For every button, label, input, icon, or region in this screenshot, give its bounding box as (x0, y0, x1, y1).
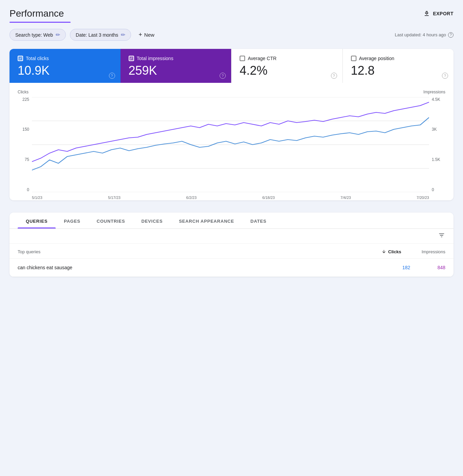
impressions-checkbox (129, 56, 134, 61)
metric-average-ctr[interactable]: Average CTR 4.2% ? (231, 49, 342, 83)
edit-icon: ✏ (56, 32, 60, 38)
y-left-150: 150 (18, 127, 29, 132)
filter-icon (438, 232, 445, 239)
metric-total-clicks[interactable]: Total clicks 10.9K ? (10, 49, 121, 83)
position-help-icon[interactable]: ? (442, 73, 448, 79)
filter-icon-row (10, 229, 453, 244)
chart-right-title: Impressions (233, 90, 445, 94)
tabs-row: QUERIES PAGES COUNTRIES DEVICES SEARCH A… (10, 213, 453, 229)
plus-icon: + (138, 31, 142, 38)
new-button[interactable]: + New (135, 29, 158, 41)
chart-svg-wrapper: 5/1/23 5/17/23 6/2/23 6/18/23 7/4/23 7/2… (32, 97, 429, 192)
table-header-row: Top queries Clicks Impressions (10, 244, 453, 259)
y-left-225: 225 (18, 97, 29, 102)
export-icon (423, 10, 430, 17)
impressions-value: 259K (129, 64, 223, 77)
ctr-checkbox (240, 56, 245, 61)
clicks-help-icon[interactable]: ? (109, 73, 115, 79)
page-header: Performance EXPORT (10, 8, 453, 19)
row-impressions: 848 (438, 265, 445, 270)
tab-queries[interactable]: QUERIES (18, 213, 56, 228)
position-checkbox (351, 56, 356, 61)
metrics-top: Total clicks 10.9K ? Total impressions 2… (10, 49, 453, 83)
spacer (10, 206, 453, 213)
chart-svg (32, 97, 429, 192)
tab-pages[interactable]: PAGES (56, 213, 89, 228)
y-right-3k: 3K (432, 127, 445, 132)
x-label-4: 6/18/23 (262, 196, 275, 200)
header-underline (10, 22, 71, 23)
tabs-card: QUERIES PAGES COUNTRIES DEVICES SEARCH A… (10, 213, 453, 277)
tab-devices[interactable]: DEVICES (133, 213, 171, 228)
tab-countries[interactable]: COUNTRIES (89, 213, 133, 228)
metric-total-impressions[interactable]: Total impressions 259K ? (121, 49, 231, 83)
tab-search-appearance[interactable]: SEARCH APPEARANCE (171, 213, 242, 228)
x-label-5: 7/4/23 (340, 196, 351, 200)
y-right-0: 0 (432, 187, 445, 192)
col-query-header: Top queries (18, 249, 40, 254)
filter-bar: Search type: Web ✏ Date: Last 3 months ✏… (10, 29, 453, 41)
chart-left-title: Clicks (18, 90, 230, 94)
y-right-15k: 1.5K (432, 157, 445, 162)
row-clicks: 182 (402, 265, 410, 270)
y-right-45k: 4.5K (432, 97, 445, 102)
search-type-filter[interactable]: Search type: Web ✏ (10, 29, 66, 41)
export-button[interactable]: EXPORT (423, 10, 453, 17)
filter-button[interactable] (438, 232, 445, 241)
clicks-checkbox (18, 56, 23, 61)
clicks-value: 10.9K (18, 64, 112, 77)
impressions-help-icon[interactable]: ? (220, 73, 226, 79)
table-row: can chickens eat sausage 182 848 (10, 259, 453, 277)
query-text[interactable]: can chickens eat sausage (18, 265, 72, 270)
last-updated-text: Last updated: 4 hours ago ? (395, 32, 453, 38)
help-icon: ? (448, 32, 453, 38)
metrics-card: Total clicks 10.9K ? Total impressions 2… (10, 49, 453, 200)
chart-area: Clicks Impressions 225 150 75 0 (10, 83, 453, 200)
y-left-0: 0 (18, 187, 29, 192)
y-left-75: 75 (18, 157, 29, 162)
col-impressions-header[interactable]: Impressions (422, 249, 445, 254)
ctr-help-icon[interactable]: ? (331, 73, 337, 79)
x-label-6: 7/20/23 (416, 196, 429, 200)
x-label-2: 5/17/23 (108, 196, 121, 200)
edit-icon-date: ✏ (121, 32, 125, 38)
clicks-line (32, 117, 429, 170)
page-title: Performance (10, 8, 64, 19)
metric-average-position[interactable]: Average position 12.8 ? (342, 49, 454, 83)
sort-down-icon (382, 249, 386, 254)
date-filter[interactable]: Date: Last 3 months ✏ (70, 29, 131, 41)
col-clicks-header[interactable]: Clicks (382, 249, 401, 254)
tab-dates[interactable]: DATES (242, 213, 275, 228)
ctr-value: 4.2% (240, 64, 334, 77)
x-label-3: 6/2/23 (186, 196, 197, 200)
x-label-1: 5/1/23 (32, 196, 42, 200)
position-value: 12.8 (351, 64, 446, 77)
